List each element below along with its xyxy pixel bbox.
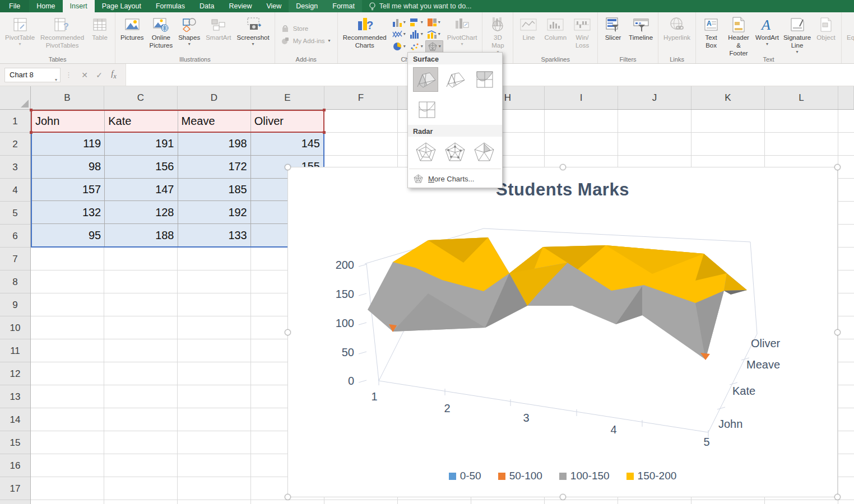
chart-resize-handle-se[interactable] — [834, 494, 841, 500]
cell-c1[interactable]: Kate — [105, 111, 177, 132]
slicer-button[interactable]: Slicer — [600, 13, 626, 55]
pictures-button[interactable]: Pictures — [118, 13, 147, 55]
column-header-c[interactable]: C — [104, 86, 178, 109]
shapes-button[interactable]: Shapes▾ — [175, 13, 203, 55]
sparkline-line-button[interactable]: Line — [516, 13, 541, 55]
column-header-d[interactable]: D — [178, 86, 251, 109]
tab-formulas[interactable]: Formulas — [148, 0, 192, 12]
row-header-9[interactable]: 9 — [0, 293, 30, 316]
row-header-11[interactable]: 11 — [0, 339, 30, 362]
pivotchart-button[interactable]: PivotChart▾ — [444, 13, 480, 55]
row-header-4[interactable]: 4 — [0, 179, 30, 202]
name-box-dropdown-icon[interactable]: ▾ — [55, 73, 57, 87]
text-box-button[interactable]: A Text Box — [698, 13, 724, 57]
insert-bar-chart-button[interactable]: ▾ — [408, 17, 425, 28]
enter-icon[interactable]: ✓ — [92, 71, 106, 80]
insert-hierarchy-chart-button[interactable]: ▾ — [425, 17, 442, 28]
sparkline-column-button[interactable]: Column — [541, 13, 569, 55]
select-all-button[interactable] — [0, 86, 31, 110]
cell-b5[interactable]: 132 — [32, 201, 104, 223]
insert-combo-chart-button[interactable]: ▾ — [425, 29, 442, 40]
name-box[interactable]: Chart 8 ▾ — [4, 68, 61, 82]
chart-resize-handle-w[interactable] — [285, 329, 291, 335]
option-radar[interactable] — [413, 139, 438, 164]
cell-e1[interactable]: Oliver — [251, 111, 323, 132]
cell-e2[interactable]: 145 — [251, 133, 323, 155]
chart-object[interactable]: 200 150 100 50 0 1 2 3 4 5 John Kate Mea… — [287, 167, 838, 497]
cell-c5[interactable]: 128 — [105, 201, 177, 223]
cell-c2[interactable]: 191 — [105, 133, 177, 155]
chart-title[interactable]: Students Marks — [288, 180, 837, 200]
tab-data[interactable]: Data — [192, 0, 221, 12]
chart-resize-handle-sw[interactable] — [285, 494, 291, 500]
cell-c6[interactable]: 188 — [105, 224, 177, 246]
screenshot-button[interactable]: Screenshot▾ — [234, 13, 272, 55]
tab-home[interactable]: Home — [29, 0, 62, 12]
header-footer-button[interactable]: Header & Footer — [724, 13, 753, 57]
insert-function-icon[interactable]: fx — [106, 69, 121, 81]
row-header-10[interactable]: 10 — [0, 316, 30, 339]
row-header-12[interactable]: 12 — [0, 362, 30, 385]
row-header-14[interactable]: 14 — [0, 408, 30, 431]
pivottable-button[interactable]: PivotTable▾ — [2, 13, 38, 55]
cell-d3[interactable]: 172 — [178, 156, 250, 178]
chart-resize-handle-s[interactable] — [560, 494, 566, 500]
signature-line-button[interactable]: Signature Line▾ — [781, 13, 813, 57]
cell-d5[interactable]: 192 — [178, 201, 250, 223]
tell-me-box[interactable]: Tell me what you want to do... — [362, 0, 479, 12]
column-header-k[interactable]: K — [691, 86, 765, 109]
row-header-17[interactable]: 17 — [0, 477, 30, 500]
object-button[interactable]: Object — [813, 13, 839, 57]
store-button[interactable]: Store — [281, 24, 331, 33]
chart-legend[interactable]: 0-50 50-100 100-150 150-200 — [288, 470, 837, 482]
cell-b2[interactable]: 119 — [32, 133, 104, 155]
cell-d1[interactable]: Meave — [178, 111, 250, 132]
option-radar-with-markers[interactable] — [442, 139, 467, 164]
recommended-charts-button[interactable]: ? Recommended Charts — [340, 13, 389, 55]
column-header-e[interactable]: E — [251, 86, 324, 109]
column-header-partial[interactable] — [838, 86, 854, 109]
range-handle[interactable] — [30, 109, 33, 111]
cell-c4[interactable]: 147 — [105, 179, 177, 201]
insert-pie-chart-button[interactable]: ▾ — [391, 40, 407, 53]
range-handle[interactable] — [323, 131, 326, 134]
cell-c3[interactable]: 156 — [105, 156, 177, 178]
option-wireframe-3d-surface[interactable] — [442, 67, 467, 92]
column-header-f[interactable]: F — [324, 86, 398, 109]
tab-format[interactable]: Format — [325, 0, 362, 12]
option-filled-radar[interactable] — [472, 139, 497, 164]
row-header-3[interactable]: 3 — [0, 156, 30, 179]
tab-file[interactable]: File — [0, 0, 29, 12]
range-handle[interactable] — [30, 131, 33, 134]
cell-b4[interactable]: 157 — [32, 179, 104, 201]
insert-surface-or-radar-chart-button[interactable]: ▾ — [425, 40, 443, 53]
row-header-15[interactable]: 15 — [0, 431, 30, 454]
row-header-5[interactable]: 5 — [0, 202, 30, 225]
row-header-8[interactable]: 8 — [0, 270, 30, 293]
wordart-button[interactable]: A WordArt▾ — [753, 13, 781, 57]
cell-b1[interactable]: John — [32, 111, 104, 132]
timeline-button[interactable]: Timeline — [626, 13, 656, 55]
tab-view[interactable]: View — [259, 0, 289, 12]
table-button[interactable]: Table — [87, 13, 113, 55]
sparkline-winloss-button[interactable]: Win/ Loss — [569, 13, 595, 55]
option-wireframe-contour[interactable] — [413, 97, 439, 122]
3d-map-button[interactable]: 3D Map▾ — [485, 13, 510, 55]
range-handle[interactable] — [323, 109, 326, 111]
cancel-icon[interactable]: ✕ — [77, 71, 92, 80]
column-header-j[interactable]: J — [618, 86, 691, 109]
more-charts-menu-item[interactable]: More Charts... — [408, 171, 502, 186]
hyperlink-button[interactable]: Hyperlink — [661, 13, 693, 55]
tab-design[interactable]: Design — [289, 0, 325, 12]
chart-resize-handle-n[interactable] — [560, 164, 566, 170]
row-header-1[interactable]: 1 — [0, 110, 30, 133]
insert-line-chart-button[interactable]: ▾ — [391, 29, 407, 40]
row-header-6[interactable]: 6 — [0, 225, 30, 248]
recommended-pivottables-button[interactable]: ? Recommended PivotTables — [38, 13, 87, 55]
row-header-2[interactable]: 2 — [0, 133, 30, 156]
chart-resize-handle-ne[interactable] — [834, 164, 841, 170]
cell-d2[interactable]: 198 — [178, 133, 250, 155]
tab-page-layout[interactable]: Page Layout — [95, 0, 148, 12]
tab-insert[interactable]: Insert — [63, 0, 95, 12]
cell-d4[interactable]: 185 — [178, 179, 250, 201]
